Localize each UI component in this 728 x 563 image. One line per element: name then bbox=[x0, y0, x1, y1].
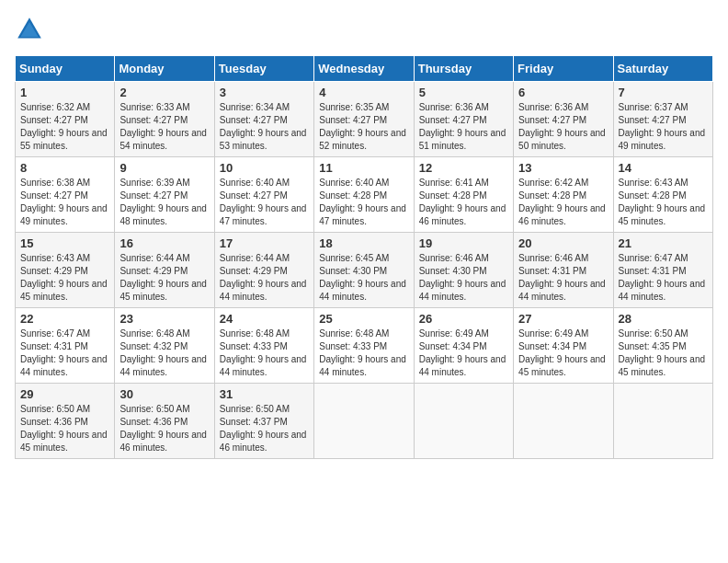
day-number: 28 bbox=[619, 312, 708, 326]
day-number: 19 bbox=[419, 236, 508, 250]
calendar-cell: 23 Sunrise: 6:48 AMSunset: 4:32 PMDaylig… bbox=[115, 308, 214, 384]
calendar-cell: 18 Sunrise: 6:45 AMSunset: 4:30 PMDaylig… bbox=[314, 233, 414, 308]
day-number: 31 bbox=[220, 387, 309, 401]
calendar-cell: 13 Sunrise: 6:42 AMSunset: 4:28 PMDaylig… bbox=[514, 157, 613, 233]
day-info: Sunrise: 6:50 AMSunset: 4:36 PMDaylight:… bbox=[20, 404, 108, 453]
page-header bbox=[15, 15, 713, 44]
calendar-header-row: SundayMondayTuesdayWednesdayThursdayFrid… bbox=[16, 56, 713, 82]
calendar-cell: 8 Sunrise: 6:38 AMSunset: 4:27 PMDayligh… bbox=[16, 157, 115, 233]
calendar-cell bbox=[514, 384, 613, 459]
day-number: 3 bbox=[220, 86, 309, 99]
day-info: Sunrise: 6:35 AMSunset: 4:27 PMDaylight:… bbox=[319, 102, 406, 151]
day-number: 18 bbox=[319, 236, 408, 250]
col-header-friday: Friday bbox=[514, 56, 613, 82]
day-number: 24 bbox=[220, 312, 309, 326]
calendar-cell bbox=[414, 384, 513, 459]
col-header-wednesday: Wednesday bbox=[314, 56, 414, 82]
calendar-cell: 4 Sunrise: 6:35 AMSunset: 4:27 PMDayligh… bbox=[314, 82, 414, 157]
day-info: Sunrise: 6:46 AMSunset: 4:30 PMDaylight:… bbox=[419, 253, 506, 302]
calendar-cell: 26 Sunrise: 6:49 AMSunset: 4:34 PMDaylig… bbox=[414, 308, 513, 384]
day-info: Sunrise: 6:48 AMSunset: 4:33 PMDaylight:… bbox=[319, 328, 406, 377]
calendar-cell: 28 Sunrise: 6:50 AMSunset: 4:35 PMDaylig… bbox=[613, 308, 712, 384]
day-info: Sunrise: 6:42 AMSunset: 4:28 PMDaylight:… bbox=[518, 178, 606, 226]
calendar-cell: 9 Sunrise: 6:39 AMSunset: 4:27 PMDayligh… bbox=[115, 157, 214, 233]
calendar-week-1: 1 Sunrise: 6:32 AMSunset: 4:27 PMDayligh… bbox=[16, 82, 713, 157]
day-info: Sunrise: 6:48 AMSunset: 4:32 PMDaylight:… bbox=[119, 328, 207, 377]
calendar-cell: 22 Sunrise: 6:47 AMSunset: 4:31 PMDaylig… bbox=[16, 308, 115, 384]
day-info: Sunrise: 6:45 AMSunset: 4:30 PMDaylight:… bbox=[319, 253, 406, 302]
col-header-saturday: Saturday bbox=[613, 56, 712, 82]
calendar-cell: 21 Sunrise: 6:47 AMSunset: 4:31 PMDaylig… bbox=[613, 233, 712, 308]
day-info: Sunrise: 6:32 AMSunset: 4:27 PMDaylight:… bbox=[20, 102, 108, 151]
day-info: Sunrise: 6:47 AMSunset: 4:31 PMDaylight:… bbox=[20, 328, 108, 377]
calendar-table: SundayMondayTuesdayWednesdayThursdayFrid… bbox=[15, 55, 713, 459]
day-number: 4 bbox=[319, 86, 408, 99]
calendar-cell: 31 Sunrise: 6:50 AMSunset: 4:37 PMDaylig… bbox=[214, 384, 313, 459]
logo bbox=[15, 15, 48, 44]
day-number: 16 bbox=[119, 236, 209, 250]
col-header-sunday: Sunday bbox=[16, 56, 115, 82]
day-info: Sunrise: 6:44 AMSunset: 4:29 PMDaylight:… bbox=[119, 253, 207, 302]
day-number: 20 bbox=[518, 236, 608, 250]
calendar-cell: 20 Sunrise: 6:46 AMSunset: 4:31 PMDaylig… bbox=[514, 233, 613, 308]
calendar-cell: 24 Sunrise: 6:48 AMSunset: 4:33 PMDaylig… bbox=[214, 308, 313, 384]
calendar-cell: 1 Sunrise: 6:32 AMSunset: 4:27 PMDayligh… bbox=[16, 82, 115, 157]
calendar-cell bbox=[613, 384, 712, 459]
day-number: 11 bbox=[319, 161, 408, 175]
calendar-cell: 3 Sunrise: 6:34 AMSunset: 4:27 PMDayligh… bbox=[214, 82, 313, 157]
day-number: 15 bbox=[20, 236, 109, 250]
day-number: 7 bbox=[619, 86, 708, 99]
calendar-cell: 17 Sunrise: 6:44 AMSunset: 4:29 PMDaylig… bbox=[214, 233, 313, 308]
calendar-cell bbox=[314, 384, 414, 459]
day-info: Sunrise: 6:36 AMSunset: 4:27 PMDaylight:… bbox=[419, 102, 506, 151]
day-info: Sunrise: 6:40 AMSunset: 4:28 PMDaylight:… bbox=[319, 178, 406, 226]
calendar-week-4: 22 Sunrise: 6:47 AMSunset: 4:31 PMDaylig… bbox=[16, 308, 713, 384]
day-number: 1 bbox=[20, 86, 109, 99]
day-info: Sunrise: 6:48 AMSunset: 4:33 PMDaylight:… bbox=[220, 328, 307, 377]
calendar-cell: 27 Sunrise: 6:49 AMSunset: 4:34 PMDaylig… bbox=[514, 308, 613, 384]
calendar-week-5: 29 Sunrise: 6:50 AMSunset: 4:36 PMDaylig… bbox=[16, 384, 713, 459]
day-info: Sunrise: 6:37 AMSunset: 4:27 PMDaylight:… bbox=[619, 102, 706, 151]
day-number: 9 bbox=[119, 161, 209, 175]
day-number: 10 bbox=[220, 161, 309, 175]
day-info: Sunrise: 6:40 AMSunset: 4:27 PMDaylight:… bbox=[220, 178, 307, 226]
day-number: 6 bbox=[518, 86, 608, 99]
col-header-thursday: Thursday bbox=[414, 56, 513, 82]
calendar-cell: 7 Sunrise: 6:37 AMSunset: 4:27 PMDayligh… bbox=[613, 82, 712, 157]
calendar-cell: 30 Sunrise: 6:50 AMSunset: 4:36 PMDaylig… bbox=[115, 384, 214, 459]
calendar-cell: 5 Sunrise: 6:36 AMSunset: 4:27 PMDayligh… bbox=[414, 82, 513, 157]
calendar-cell: 2 Sunrise: 6:33 AMSunset: 4:27 PMDayligh… bbox=[115, 82, 214, 157]
day-number: 2 bbox=[119, 86, 209, 99]
day-number: 30 bbox=[119, 387, 209, 401]
day-number: 14 bbox=[619, 161, 708, 175]
day-number: 25 bbox=[319, 312, 408, 326]
day-info: Sunrise: 6:33 AMSunset: 4:27 PMDaylight:… bbox=[119, 102, 207, 151]
calendar-cell: 29 Sunrise: 6:50 AMSunset: 4:36 PMDaylig… bbox=[16, 384, 115, 459]
calendar-cell: 14 Sunrise: 6:43 AMSunset: 4:28 PMDaylig… bbox=[613, 157, 712, 233]
day-info: Sunrise: 6:43 AMSunset: 4:28 PMDaylight:… bbox=[619, 178, 706, 226]
day-info: Sunrise: 6:50 AMSunset: 4:37 PMDaylight:… bbox=[220, 404, 307, 453]
calendar-cell: 11 Sunrise: 6:40 AMSunset: 4:28 PMDaylig… bbox=[314, 157, 414, 233]
day-info: Sunrise: 6:44 AMSunset: 4:29 PMDaylight:… bbox=[220, 253, 307, 302]
day-info: Sunrise: 6:43 AMSunset: 4:29 PMDaylight:… bbox=[20, 253, 108, 302]
day-number: 27 bbox=[518, 312, 608, 326]
col-header-monday: Monday bbox=[115, 56, 214, 82]
calendar-week-3: 15 Sunrise: 6:43 AMSunset: 4:29 PMDaylig… bbox=[16, 233, 713, 308]
day-number: 21 bbox=[619, 236, 708, 250]
day-info: Sunrise: 6:50 AMSunset: 4:36 PMDaylight:… bbox=[119, 404, 207, 453]
day-number: 26 bbox=[419, 312, 508, 326]
day-info: Sunrise: 6:34 AMSunset: 4:27 PMDaylight:… bbox=[220, 102, 307, 151]
day-number: 17 bbox=[220, 236, 309, 250]
day-info: Sunrise: 6:38 AMSunset: 4:27 PMDaylight:… bbox=[20, 178, 108, 226]
day-info: Sunrise: 6:50 AMSunset: 4:35 PMDaylight:… bbox=[619, 328, 706, 377]
day-number: 22 bbox=[20, 312, 109, 326]
calendar-cell: 19 Sunrise: 6:46 AMSunset: 4:30 PMDaylig… bbox=[414, 233, 513, 308]
day-number: 8 bbox=[20, 161, 109, 175]
day-info: Sunrise: 6:47 AMSunset: 4:31 PMDaylight:… bbox=[619, 253, 706, 302]
day-number: 12 bbox=[419, 161, 508, 175]
day-number: 5 bbox=[419, 86, 508, 99]
calendar-cell: 16 Sunrise: 6:44 AMSunset: 4:29 PMDaylig… bbox=[115, 233, 214, 308]
day-info: Sunrise: 6:36 AMSunset: 4:27 PMDaylight:… bbox=[518, 102, 606, 151]
calendar-cell: 6 Sunrise: 6:36 AMSunset: 4:27 PMDayligh… bbox=[514, 82, 613, 157]
day-info: Sunrise: 6:41 AMSunset: 4:28 PMDaylight:… bbox=[419, 178, 506, 226]
